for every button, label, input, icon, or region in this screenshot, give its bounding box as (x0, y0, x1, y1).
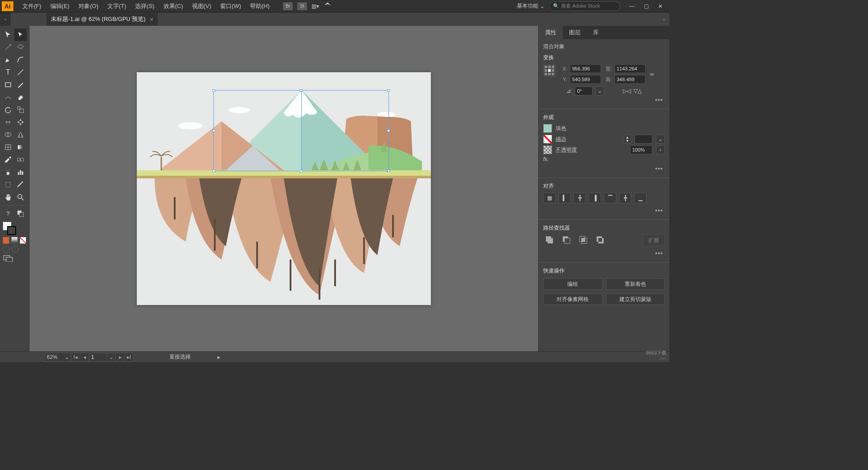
color-swatch[interactable] (3, 237, 9, 244)
bridge-icon[interactable]: Br (283, 2, 293, 10)
opacity-dropdown-icon[interactable]: › (656, 145, 665, 154)
status-popup-icon[interactable]: ▸ (217, 354, 220, 360)
search-input[interactable]: 🔍 搜索 Adobe Stock (549, 1, 620, 11)
rectangle-tool[interactable] (2, 78, 14, 91)
pathfinder-minus-front-icon[interactable] (560, 235, 573, 245)
align-top-icon[interactable]: ▔ (604, 193, 616, 203)
fx-label[interactable]: fx. (543, 156, 549, 162)
zoom-level-select[interactable]: 62%⌄ (45, 353, 71, 362)
eyedropper-tool[interactable] (2, 153, 14, 166)
pen-tool[interactable] (2, 54, 14, 66)
magic-wand-tool[interactable] (2, 41, 14, 54)
screen-mode-icon[interactable] (3, 255, 13, 263)
opacity-input[interactable] (630, 145, 652, 154)
width-tool[interactable] (2, 116, 14, 128)
free-transform-tool[interactable] (14, 116, 27, 128)
shaper-tool[interactable] (2, 91, 14, 103)
column-graph-tool[interactable] (14, 166, 27, 178)
width-input[interactable] (614, 64, 646, 73)
artboard-tool[interactable] (2, 178, 14, 191)
selection-tool[interactable] (2, 29, 14, 41)
paintbrush-tool[interactable] (14, 78, 27, 91)
fill-color-box[interactable] (543, 124, 552, 133)
shape-builder-tool[interactable] (2, 128, 14, 141)
pathfinder-exclude-icon[interactable] (594, 235, 606, 245)
menu-select[interactable]: 选择(S) (131, 0, 159, 12)
pixel-align-button[interactable]: 对齐像素网格 (543, 293, 602, 305)
align-right-icon[interactable]: ▐ (589, 193, 601, 203)
artboard-dropdown-icon[interactable]: ⌄ (107, 353, 116, 362)
mesh-tool[interactable] (2, 141, 14, 153)
flip-vertical-icon[interactable]: ▽△ (634, 88, 642, 94)
curvature-tool[interactable] (14, 54, 27, 66)
height-input[interactable] (614, 75, 646, 84)
menu-file[interactable]: 文件(F) (18, 0, 46, 12)
perspective-grid-tool[interactable] (14, 128, 27, 141)
angle-dropdown-icon[interactable]: ⌄ (595, 87, 604, 95)
next-artboard-icon[interactable]: ▸ (116, 353, 125, 362)
document-tab[interactable]: 未标题-1.ai @ 62% (RGB/GPU 预览) × (46, 13, 158, 25)
x-input[interactable] (570, 64, 601, 73)
reference-point-selector[interactable] (543, 64, 556, 77)
lasso-tool[interactable] (14, 41, 27, 54)
recolor-button[interactable]: 重新着色 (606, 278, 665, 290)
workspace-switcher[interactable]: 基本功能 ⌄ (512, 2, 549, 10)
tab-properties[interactable]: 属性 (539, 26, 563, 39)
align-hcenter-icon[interactable]: ╋ (573, 193, 586, 203)
symbol-sprayer-tool[interactable] (2, 166, 14, 178)
stroke-weight-dropdown-icon[interactable]: ⌄ (656, 135, 665, 144)
clipping-mask-button[interactable]: 建立剪切蒙版 (606, 293, 665, 305)
gpu-icon[interactable] (323, 1, 332, 11)
link-wh-icon[interactable]: ⫘ (649, 71, 655, 77)
scale-tool[interactable] (14, 103, 27, 116)
pathfinder-expand-button[interactable]: 扩展 (643, 235, 665, 246)
gradient-swatch[interactable] (11, 237, 18, 244)
selection-bounding-box[interactable] (213, 90, 389, 171)
rotate-tool[interactable] (2, 103, 14, 116)
line-tool[interactable] (14, 66, 27, 78)
draw-normal-icon[interactable] (3, 246, 10, 253)
first-artboard-icon[interactable]: I◂ (71, 353, 80, 362)
window-minimize-icon[interactable]: — (625, 1, 639, 12)
blend-tool[interactable] (14, 153, 27, 166)
group-button[interactable]: 编组 (543, 278, 602, 290)
menu-effect[interactable]: 效果(C) (159, 0, 188, 12)
align-left-icon[interactable]: ▍ (558, 193, 571, 203)
opacity-icon[interactable] (543, 145, 552, 154)
menu-object[interactable]: 对象(O) (74, 0, 103, 12)
tab-layers[interactable]: 图层 (563, 26, 587, 39)
close-tab-icon[interactable]: × (150, 16, 154, 23)
align-vcenter-icon[interactable]: ╋ (619, 193, 631, 203)
prev-artboard-icon[interactable]: ◂ (80, 353, 89, 362)
align-to-icon[interactable]: ▦ (543, 193, 556, 203)
menu-edit[interactable]: 编辑(E) (46, 0, 74, 12)
transform-more-icon[interactable]: ••• (543, 95, 665, 104)
fill-stroke-swatches[interactable] (2, 220, 27, 265)
fill-stroke-toggle[interactable] (14, 207, 27, 220)
eraser-tool[interactable] (14, 91, 27, 103)
collapse-tools-icon[interactable]: « (0, 12, 11, 26)
stroke-weight-input[interactable] (635, 135, 652, 144)
stroke-weight-stepper[interactable]: ▲▼ (624, 135, 631, 144)
menu-help[interactable]: 帮助(H) (246, 0, 274, 12)
draw-behind-icon[interactable] (12, 246, 19, 253)
canvas-area[interactable] (29, 26, 538, 351)
hand-tool[interactable] (2, 191, 14, 203)
slice-tool[interactable] (14, 178, 27, 191)
menu-window[interactable]: 窗口(W) (216, 0, 246, 12)
last-artboard-icon[interactable]: ▸I (125, 353, 134, 362)
stroke-color-box[interactable] (543, 135, 552, 144)
pathfinder-unite-icon[interactable] (543, 235, 556, 245)
gradient-tool[interactable] (14, 141, 27, 153)
toolbar-help-icon[interactable]: ? (2, 207, 14, 220)
window-close-icon[interactable]: ✕ (653, 1, 667, 12)
artboard-number-input[interactable] (89, 353, 107, 362)
align-bottom-icon[interactable]: ▁ (634, 193, 647, 203)
y-input[interactable] (570, 75, 601, 84)
pathfinder-more-icon[interactable]: ••• (543, 249, 665, 258)
window-maximize-icon[interactable]: ▢ (639, 1, 653, 12)
direct-selection-tool[interactable] (14, 29, 27, 41)
menu-view[interactable]: 视图(V) (188, 0, 216, 12)
collapse-panels-icon[interactable]: » (659, 12, 669, 26)
type-tool[interactable]: T (2, 66, 14, 78)
